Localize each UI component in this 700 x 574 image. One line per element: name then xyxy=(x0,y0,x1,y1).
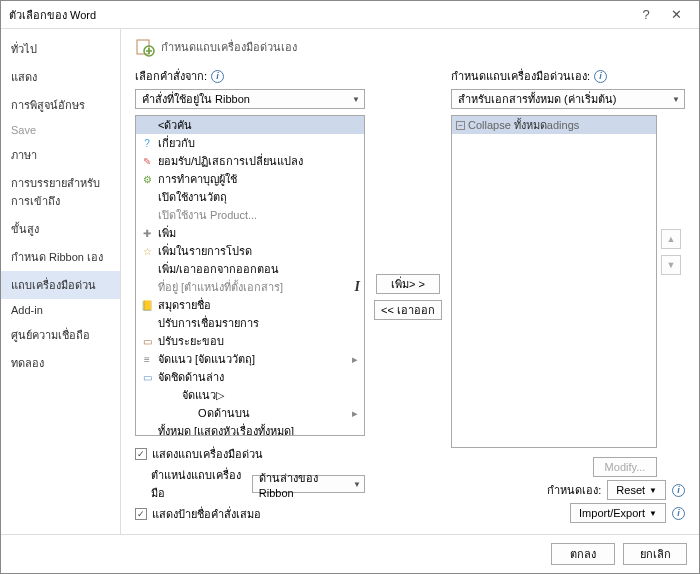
left-bottom: ✓ แสดงแถบเครื่องมือด่วน ตำแหน่งแถบเครื่อ… xyxy=(135,442,365,526)
collapse-icon[interactable]: − xyxy=(456,121,465,130)
text-cursor-icon: I xyxy=(355,279,360,295)
import-export-button[interactable]: Import/Export▼ xyxy=(570,503,666,523)
left-column: เลือกคำสั่งจาก: i คำสั่งที่ใช้อยู่ใน Rib… xyxy=(135,67,365,526)
command-item[interactable]: ≡จัดแนว [จัดแนววัตถุ]▸ xyxy=(136,350,364,368)
chevron-down-icon: ▼ xyxy=(649,486,657,495)
command-item[interactable]: ✎ยอมรับ/ปฏิเสธการเปลี่ยนแปลง xyxy=(136,152,364,170)
sidebar-item[interactable]: การบรรยายสำหรับการเข้าถึง xyxy=(1,169,120,215)
command-icon: ▭ xyxy=(140,370,154,384)
chevron-down-icon: ▼ xyxy=(649,509,657,518)
command-icon: ⚙ xyxy=(140,172,154,186)
reset-button[interactable]: Reset▼ xyxy=(607,480,666,500)
command-item[interactable]: ⚙การทำคาบุญผู้ใช้ xyxy=(136,170,364,188)
command-icon xyxy=(140,262,154,276)
window-title: ตัวเลือกของ Word xyxy=(9,6,631,24)
command-item[interactable]: ปรับการเชื่อมรายการ xyxy=(136,314,364,332)
command-item[interactable]: ทั้งหมด [แสดงหัวเรื่องทั้งหมด] xyxy=(136,422,364,435)
info-icon[interactable]: i xyxy=(672,507,685,520)
tree-item[interactable]: −Collapse ทั้งหมดadings xyxy=(452,116,656,134)
commands-listbox[interactable]: <ด้วคัน?เกี่ยวกับ✎ยอมรับ/ปฏิเสธการเปลี่ย… xyxy=(135,115,365,436)
help-button[interactable]: ? xyxy=(631,7,661,22)
toolbar-position-dropdown[interactable]: ด้านล่างของ Ribbon ▼ xyxy=(252,475,365,493)
command-icon: 📒 xyxy=(140,298,154,312)
command-item[interactable]: ที่อยู่ [ตำแหน่งที่ตั้งเอกสาร]I xyxy=(136,278,364,296)
choose-from-label-row: เลือกคำสั่งจาก: i xyxy=(135,67,365,85)
command-icon xyxy=(140,118,154,132)
right-bottom: Modify... กำหนดเอง: Reset▼ i Import/Expo… xyxy=(451,454,685,526)
titlebar: ตัวเลือกของ Word ? ✕ xyxy=(1,1,699,29)
command-icon: ? xyxy=(140,136,154,150)
sidebar-item[interactable]: แสดง xyxy=(1,63,120,91)
command-icon xyxy=(140,280,154,294)
command-icon: ☆ xyxy=(140,244,154,258)
info-icon[interactable]: i xyxy=(594,70,607,83)
options-dialog: ตัวเลือกของ Word ? ✕ ทั่วไปแสดงการพิสูจน… xyxy=(0,0,700,574)
qat-tree[interactable]: −Collapse ทั้งหมดadings xyxy=(451,115,657,448)
dialog-footer: ตกลง ยกเลิก xyxy=(1,534,699,573)
command-icon xyxy=(180,406,194,420)
chevron-down-icon: ▼ xyxy=(352,95,360,104)
toolbar-position-row: ตำแหน่งแถบเครื่องมือ ด้านล่างของ Ribbon … xyxy=(135,466,365,502)
sidebar-item[interactable]: Save xyxy=(1,119,120,141)
command-item[interactable]: Oดด้านบน▸ xyxy=(136,404,364,422)
sidebar-item[interactable]: ทั่วไป xyxy=(1,35,120,63)
show-qat-checkbox-row[interactable]: ✓ แสดงแถบเครื่องมือด่วน xyxy=(135,445,365,463)
expand-icon: ▸ xyxy=(352,353,364,366)
command-item[interactable]: เปิดใช้งานวัตถุ xyxy=(136,188,364,206)
middle-column: เพิ่ม> > << เอาออก xyxy=(373,67,443,526)
for-document-dropdown[interactable]: สำหรับเอกสารทั้งหมด (ค่าเริ่มต้น) ▼ xyxy=(451,89,685,109)
move-down-button[interactable]: ▼ xyxy=(661,255,681,275)
remove-button[interactable]: << เอาออก xyxy=(374,300,442,320)
command-icon: ≡ xyxy=(140,352,154,366)
show-labels-checkbox-row[interactable]: ✓ แสดงป้ายชื่อคำสั่งเสมอ xyxy=(135,505,365,523)
command-item[interactable]: <ด้วคัน xyxy=(136,116,364,134)
cancel-button[interactable]: ยกเลิก xyxy=(623,543,687,565)
move-up-button[interactable]: ▲ xyxy=(661,229,681,249)
main-panel: กําหนดแถบเครื่องมือด่วนเอง เลือกคำสั่งจา… xyxy=(121,29,699,534)
command-item[interactable]: ▭ปรับระยะขอบ xyxy=(136,332,364,350)
checkbox-icon: ✓ xyxy=(135,448,147,460)
command-icon xyxy=(164,388,178,402)
command-item[interactable]: จัดแนว▷ xyxy=(136,386,364,404)
customize-label-row: กําหนดแถบเครื่องมือด่วนเอง: i xyxy=(451,67,685,85)
dialog-body: ทั่วไปแสดงการพิสูจน์อักษรSaveภาษาการบรรย… xyxy=(1,29,699,534)
qat-icon xyxy=(135,37,155,57)
choose-from-label: เลือกคำสั่งจาก: xyxy=(135,67,207,85)
checkbox-icon: ✓ xyxy=(135,508,147,520)
sidebar-item[interactable]: กําหนด Ribbon เอง xyxy=(1,243,120,271)
command-item[interactable]: 📒สมุดรายชื่อ xyxy=(136,296,364,314)
command-item[interactable]: ☆เพิ่มในรายการโปรด xyxy=(136,242,364,260)
reorder-buttons: ▲ ▼ xyxy=(661,229,681,275)
sidebar-item[interactable]: ขั้นสูง xyxy=(1,215,120,243)
info-icon[interactable]: i xyxy=(211,70,224,83)
sidebar-item[interactable]: แถบเครื่องมือด่วน xyxy=(1,271,120,299)
right-column: กําหนดแถบเครื่องมือด่วนเอง: i สำหรับเอกส… xyxy=(451,67,685,526)
sidebar-item[interactable]: ทดลอง xyxy=(1,349,120,377)
panel-header: กําหนดแถบเครื่องมือด่วนเอง xyxy=(135,37,685,57)
choose-from-dropdown[interactable]: คำสั่งที่ใช้อยู่ใน Ribbon ▼ xyxy=(135,89,365,109)
customize-label: กําหนดแถบเครื่องมือด่วนเอง: xyxy=(451,67,590,85)
sidebar: ทั่วไปแสดงการพิสูจน์อักษรSaveภาษาการบรรย… xyxy=(1,29,121,534)
command-item[interactable]: เปิดใช้งาน Product... xyxy=(136,206,364,224)
command-icon xyxy=(140,316,154,330)
sidebar-item[interactable]: Add-in xyxy=(1,299,120,321)
sidebar-item[interactable]: ภาษา xyxy=(1,141,120,169)
modify-button: Modify... xyxy=(593,457,657,477)
command-item[interactable]: เพิ่ม/เอาออกจากออกตอน xyxy=(136,260,364,278)
info-icon[interactable]: i xyxy=(672,484,685,497)
ok-button[interactable]: ตกลง xyxy=(551,543,615,565)
command-item[interactable]: ▭จัดชิดด้านล่าง xyxy=(136,368,364,386)
close-button[interactable]: ✕ xyxy=(661,7,691,22)
command-icon xyxy=(140,190,154,204)
command-item[interactable]: ?เกี่ยวกับ xyxy=(136,134,364,152)
command-item[interactable]: ✚เพิ่ม xyxy=(136,224,364,242)
columns: เลือกคำสั่งจาก: i คำสั่งที่ใช้อยู่ใน Rib… xyxy=(135,67,685,526)
sidebar-item[interactable]: ศูนย์ความเชื่อถือ xyxy=(1,321,120,349)
command-icon: ✎ xyxy=(140,154,154,168)
sidebar-item[interactable]: การพิสูจน์อักษร xyxy=(1,91,120,119)
add-button[interactable]: เพิ่ม> > xyxy=(376,274,440,294)
customizations-label: กำหนดเอง: xyxy=(547,481,601,499)
command-icon: ✚ xyxy=(140,226,154,240)
chevron-down-icon: ▼ xyxy=(672,95,680,104)
command-icon: ▭ xyxy=(140,334,154,348)
